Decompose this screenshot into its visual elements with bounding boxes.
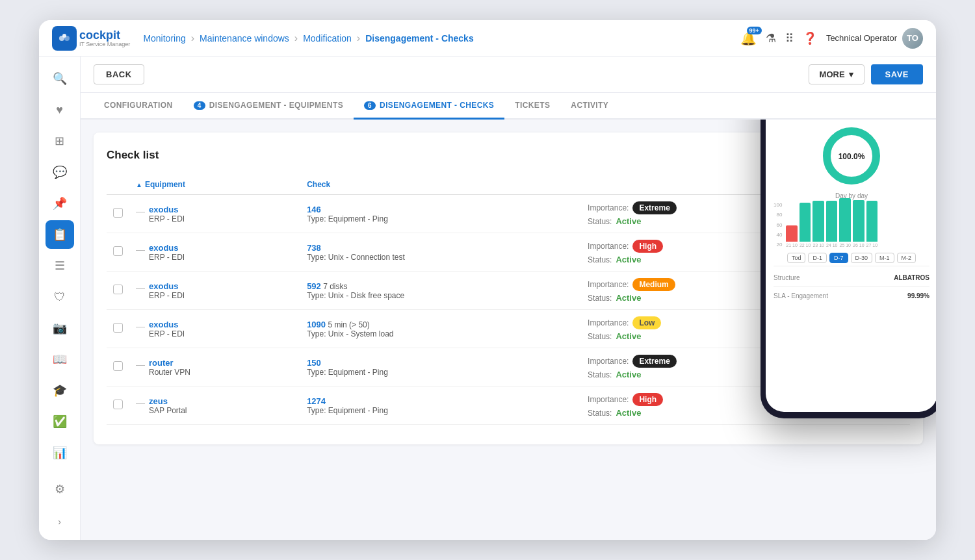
importance-label: Importance:	[588, 357, 629, 366]
col-check: Check	[300, 175, 581, 195]
filter-icon[interactable]: ⚗	[766, 31, 776, 45]
tab-disengagement-checks[interactable]: 6 DISENGAGEMENT - CHECKS	[354, 93, 504, 120]
col-equipment[interactable]: ▲ Equipment	[129, 175, 300, 195]
save-button[interactable]: SAVE	[871, 64, 923, 84]
importance-badge: High	[632, 240, 663, 253]
bar-chart-footer: Tod D-1 D-7 D-30 M-1 M-2	[774, 253, 930, 263]
sidebar-item-check[interactable]: ✅	[46, 407, 74, 436]
row-checkbox[interactable]	[107, 387, 129, 425]
tab-disengagement-equipments[interactable]: 4 DISENGAGEMENT - EQUIPMENTS	[183, 93, 354, 120]
equipment-name[interactable]: exodus	[149, 205, 185, 214]
equipment-name[interactable]: zeus	[149, 396, 187, 406]
bar-chart-title: Day by day	[774, 192, 930, 199]
sidebar-item-favorites[interactable]: ♥	[46, 95, 74, 124]
donut-chart: 100.0%	[819, 123, 884, 188]
status-value: Active	[616, 255, 641, 264]
phone-overlay: 2:32 ▐▐▐ WiFi 🔋 ‹ Availability Report	[760, 120, 936, 418]
sidebar-item-search[interactable]: 🔍	[46, 64, 74, 93]
bar-chart-section: Day by day 10080604020 21 10 22 10 23 10…	[766, 192, 936, 263]
breadcrumb-maintenance[interactable]: Maintenance windows	[200, 33, 289, 44]
logo-sub: IT Service Manager	[79, 41, 130, 47]
sidebar-item-camera[interactable]: 📷	[46, 314, 74, 342]
sidebar-item-book[interactable]: 📖	[46, 345, 74, 374]
top-nav: cockpit IT Service Manager Monitoring › …	[39, 20, 936, 57]
period-d1[interactable]: D-1	[808, 253, 827, 263]
period-tod[interactable]: Tod	[787, 253, 806, 263]
more-button[interactable]: MORE ▾	[809, 64, 864, 84]
row-check: 1274 Type: Equipment - Ping	[300, 387, 581, 425]
status-label: Status:	[588, 294, 612, 303]
row-check: 146 Type: Equipment - Ping	[300, 195, 581, 233]
row-dash: —	[136, 244, 145, 255]
heart-icon: ♥	[56, 103, 63, 117]
check-id[interactable]: 146	[307, 205, 321, 214]
sort-up-icon: ▲	[136, 181, 142, 188]
bell-wrap[interactable]: 🔔 99+	[740, 31, 757, 46]
phone-sla-label: SLA - Engagement	[774, 292, 828, 299]
sidebar-item-layers[interactable]: ☰	[46, 251, 74, 280]
check-type: Type: Equipment - Ping	[307, 368, 575, 377]
period-d7[interactable]: D-7	[829, 253, 848, 263]
sidebar-item-tasks[interactable]: 📌	[46, 189, 74, 218]
grid-icon[interactable]: ⠿	[785, 31, 794, 45]
layers-icon: ☰	[55, 259, 65, 273]
row-checkbox[interactable]	[107, 310, 129, 348]
row-checkbox[interactable]	[107, 195, 129, 233]
bar-chart-wrap: 21 10 22 10 23 10 24 10 25 10 26 10 27 1…	[783, 202, 880, 248]
sidebar-item-settings[interactable]: ⚙	[46, 475, 74, 503]
tab-activity[interactable]: ACTIVITY	[560, 93, 619, 120]
check-id[interactable]: 1090	[307, 320, 326, 329]
logo-text: cockpit	[79, 29, 120, 42]
breadcrumb-monitoring[interactable]: Monitoring	[143, 33, 185, 44]
sidebar-item-active[interactable]: 📋	[46, 220, 74, 249]
check-type: Type: Unix - Connection test	[307, 253, 575, 262]
breadcrumb-modification[interactable]: Modification	[303, 33, 352, 44]
check-id[interactable]: 1274	[307, 396, 326, 406]
row-check: 1090 5 min (> 50) Type: Unix - System lo…	[300, 310, 581, 348]
nav-right: 🔔 99+ ⚗ ⠿ ❓ Technical Operator TO	[740, 28, 923, 49]
back-button[interactable]: BACK	[94, 64, 144, 84]
check-id[interactable]: 738	[307, 243, 321, 253]
content: BACK MORE ▾ SAVE CONFIGURATION 4 DISENGA…	[81, 57, 936, 540]
bar	[786, 225, 798, 242]
row-check: 738 Type: Unix - Connection test	[300, 233, 581, 272]
clipboard-icon: 📋	[53, 227, 67, 242]
row-checkbox[interactable]	[107, 233, 129, 272]
period-m2[interactable]: M-2	[897, 253, 916, 263]
sidebar-item-dashboard[interactable]: ⊞	[46, 127, 74, 155]
equipment-sub: ERP - EDI	[149, 214, 185, 223]
importance-badge: Low	[632, 316, 661, 329]
period-d30[interactable]: D-30	[851, 253, 873, 263]
tabs-bar: CONFIGURATION 4 DISENGAGEMENT - EQUIPMEN…	[81, 93, 936, 120]
check-id[interactable]: 592	[307, 281, 321, 291]
tab-tickets[interactable]: TICKETS	[504, 93, 560, 120]
scroll-area[interactable]: Check list ADD ▲ Equipment	[81, 120, 936, 540]
equipment-name[interactable]: exodus	[149, 243, 185, 253]
row-equipment: — exodus ERP - EDI	[129, 195, 300, 233]
camera-icon: 📷	[53, 321, 67, 335]
tab-configuration[interactable]: CONFIGURATION	[94, 93, 183, 120]
row-checkbox[interactable]	[107, 348, 129, 387]
row-check: 592 7 disks Type: Unix - Disk free space	[300, 272, 581, 310]
sidebar-item-grad[interactable]: 🎓	[46, 376, 74, 405]
equipment-sub: ERP - EDI	[149, 329, 185, 338]
sidebar-item-chart[interactable]: 📊	[46, 439, 74, 467]
sidebar-item-shield[interactable]: 🛡	[46, 283, 74, 311]
sidebar-expand[interactable]: ›	[46, 511, 74, 532]
row-dash: —	[136, 321, 145, 331]
help-icon[interactable]: ❓	[803, 31, 817, 45]
check-id[interactable]: 150	[307, 358, 321, 368]
equipment-name[interactable]: exodus	[149, 281, 185, 291]
period-m1[interactable]: M-1	[875, 253, 894, 263]
bar-col: 21 10	[786, 225, 798, 248]
row-equipment: — exodus ERP - EDI	[129, 233, 300, 272]
sidebar-item-messages[interactable]: 💬	[46, 158, 74, 186]
sidebar: 🔍 ♥ ⊞ 💬 📌 📋 ☰ 🛡 📷 📖 🎓 ✅ 📊 ⚙ ›	[39, 57, 81, 540]
equipment-name[interactable]: router	[149, 358, 190, 368]
equipment-name[interactable]: exodus	[149, 320, 185, 329]
breadcrumb-current[interactable]: Disengagement - Checks	[365, 33, 474, 44]
dashboard-icon: ⊞	[55, 134, 64, 148]
phone-footer-row: Structure ALBATROS	[766, 269, 936, 284]
importance-label: Importance:	[588, 318, 629, 327]
row-checkbox[interactable]	[107, 272, 129, 310]
